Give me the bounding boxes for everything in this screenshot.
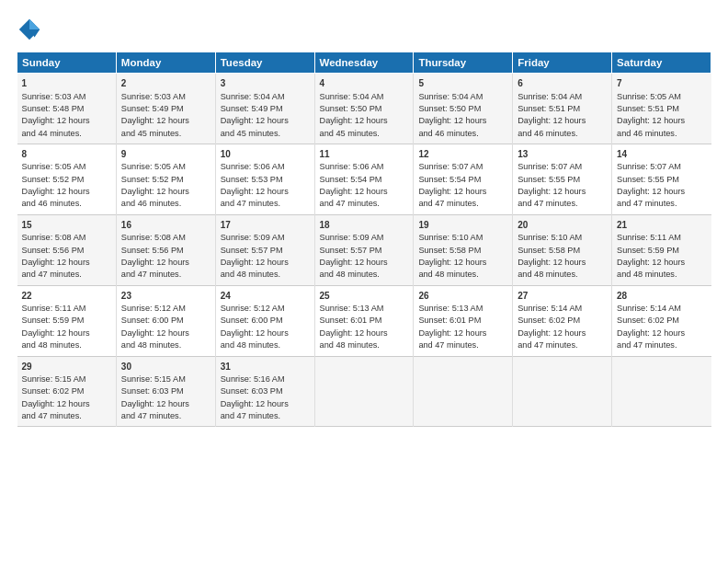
week-row-3: 15Sunrise: 5:08 AMSunset: 5:56 PMDayligh… xyxy=(17,214,711,285)
cell-w1-d4: 4Sunrise: 5:04 AMSunset: 5:50 PMDaylight… xyxy=(314,74,414,144)
cell-w2-d2: 9Sunrise: 5:05 AMSunset: 5:52 PMDaylight… xyxy=(116,144,215,214)
day-number: 7 xyxy=(617,77,706,91)
week-row-5: 29Sunrise: 5:15 AMSunset: 6:02 PMDayligh… xyxy=(17,356,711,427)
cell-w2-d3: 10Sunrise: 5:06 AMSunset: 5:53 PMDayligh… xyxy=(215,144,314,214)
cell-w5-d7 xyxy=(612,356,711,427)
day-number: 3 xyxy=(221,77,310,91)
col-header-thursday: Thursday xyxy=(414,52,513,74)
cell-w2-d6: 13Sunrise: 5:07 AMSunset: 5:55 PMDayligh… xyxy=(513,144,612,214)
day-number: 6 xyxy=(518,77,607,91)
day-number: 24 xyxy=(221,290,310,304)
cell-w2-d5: 12Sunrise: 5:07 AMSunset: 5:54 PMDayligh… xyxy=(414,144,513,214)
day-number: 23 xyxy=(121,290,210,304)
cell-w2-d4: 11Sunrise: 5:06 AMSunset: 5:54 PMDayligh… xyxy=(314,144,414,214)
cell-w5-d5 xyxy=(414,356,513,427)
day-number: 28 xyxy=(617,290,706,304)
cell-w4-d5: 26Sunrise: 5:13 AMSunset: 6:01 PMDayligh… xyxy=(414,285,513,356)
col-header-sunday: Sunday xyxy=(17,52,117,74)
day-number: 9 xyxy=(121,148,210,162)
day-number: 2 xyxy=(121,77,210,91)
calendar-table: SundayMondayTuesdayWednesdayThursdayFrid… xyxy=(17,52,711,427)
day-number: 18 xyxy=(320,219,409,233)
calendar-body: 1Sunrise: 5:03 AMSunset: 5:48 PMDaylight… xyxy=(17,74,711,427)
cell-w1-d5: 5Sunrise: 5:04 AMSunset: 5:50 PMDaylight… xyxy=(414,74,513,144)
cell-w4-d7: 28Sunrise: 5:14 AMSunset: 6:02 PMDayligh… xyxy=(612,285,711,356)
logo xyxy=(17,17,46,42)
cell-w1-d2: 2Sunrise: 5:03 AMSunset: 5:49 PMDaylight… xyxy=(116,74,215,144)
day-number: 5 xyxy=(418,77,507,91)
column-headers: SundayMondayTuesdayWednesdayThursdayFrid… xyxy=(17,52,711,74)
day-number: 13 xyxy=(518,148,607,162)
svg-marker-1 xyxy=(29,19,40,29)
day-number: 12 xyxy=(418,148,507,162)
cell-w4-d1: 22Sunrise: 5:11 AMSunset: 5:59 PMDayligh… xyxy=(17,285,117,356)
cell-w2-d1: 8Sunrise: 5:05 AMSunset: 5:52 PMDaylight… xyxy=(17,144,117,214)
day-number: 21 xyxy=(617,219,706,233)
cell-w3-d3: 17Sunrise: 5:09 AMSunset: 5:57 PMDayligh… xyxy=(215,214,314,285)
cell-w4-d4: 25Sunrise: 5:13 AMSunset: 6:01 PMDayligh… xyxy=(314,285,414,356)
cell-w5-d3: 31Sunrise: 5:16 AMSunset: 6:03 PMDayligh… xyxy=(215,356,314,427)
cell-w5-d4 xyxy=(314,356,414,427)
col-header-saturday: Saturday xyxy=(612,52,711,74)
day-number: 29 xyxy=(22,361,111,374)
cell-w3-d1: 15Sunrise: 5:08 AMSunset: 5:56 PMDayligh… xyxy=(17,214,117,285)
day-number: 26 xyxy=(418,290,507,304)
cell-w1-d6: 6Sunrise: 5:04 AMSunset: 5:51 PMDaylight… xyxy=(513,74,612,144)
col-header-friday: Friday xyxy=(513,52,612,74)
day-number: 31 xyxy=(221,361,310,374)
day-number: 19 xyxy=(418,219,507,233)
day-number: 30 xyxy=(121,361,210,374)
week-row-2: 8Sunrise: 5:05 AMSunset: 5:52 PMDaylight… xyxy=(17,144,711,214)
cell-w3-d5: 19Sunrise: 5:10 AMSunset: 5:58 PMDayligh… xyxy=(414,214,513,285)
cell-w5-d6 xyxy=(513,356,612,427)
day-number: 8 xyxy=(22,148,111,162)
day-number: 15 xyxy=(22,219,111,233)
week-row-1: 1Sunrise: 5:03 AMSunset: 5:48 PMDaylight… xyxy=(17,74,711,144)
col-header-monday: Monday xyxy=(116,52,215,74)
day-number: 20 xyxy=(518,219,607,233)
day-number: 11 xyxy=(320,148,409,162)
cell-w5-d1: 29Sunrise: 5:15 AMSunset: 6:02 PMDayligh… xyxy=(17,356,117,427)
day-number: 16 xyxy=(121,219,210,233)
day-number: 17 xyxy=(221,219,310,233)
page: SundayMondayTuesdayWednesdayThursdayFrid… xyxy=(0,0,728,563)
cell-w3-d7: 21Sunrise: 5:11 AMSunset: 5:59 PMDayligh… xyxy=(612,214,711,285)
cell-w3-d6: 20Sunrise: 5:10 AMSunset: 5:58 PMDayligh… xyxy=(513,214,612,285)
cell-w1-d1: 1Sunrise: 5:03 AMSunset: 5:48 PMDaylight… xyxy=(17,74,117,144)
week-row-4: 22Sunrise: 5:11 AMSunset: 5:59 PMDayligh… xyxy=(17,285,711,356)
cell-w1-d7: 7Sunrise: 5:05 AMSunset: 5:51 PMDaylight… xyxy=(612,74,711,144)
day-number: 1 xyxy=(22,77,111,91)
day-number: 4 xyxy=(320,77,409,91)
cell-w4-d2: 23Sunrise: 5:12 AMSunset: 6:00 PMDayligh… xyxy=(116,285,215,356)
cell-w3-d2: 16Sunrise: 5:08 AMSunset: 5:56 PMDayligh… xyxy=(116,214,215,285)
day-number: 25 xyxy=(320,290,409,304)
cell-w3-d4: 18Sunrise: 5:09 AMSunset: 5:57 PMDayligh… xyxy=(314,214,414,285)
cell-w5-d2: 30Sunrise: 5:15 AMSunset: 6:03 PMDayligh… xyxy=(116,356,215,427)
cell-w1-d3: 3Sunrise: 5:04 AMSunset: 5:49 PMDaylight… xyxy=(215,74,314,144)
col-header-wednesday: Wednesday xyxy=(314,52,414,74)
cell-w4-d6: 27Sunrise: 5:14 AMSunset: 6:02 PMDayligh… xyxy=(513,285,612,356)
header xyxy=(17,17,711,42)
col-header-tuesday: Tuesday xyxy=(215,52,314,74)
logo-icon xyxy=(17,17,42,42)
day-number: 22 xyxy=(22,290,111,304)
cell-w2-d7: 14Sunrise: 5:07 AMSunset: 5:55 PMDayligh… xyxy=(612,144,711,214)
cell-w4-d3: 24Sunrise: 5:12 AMSunset: 6:00 PMDayligh… xyxy=(215,285,314,356)
day-number: 14 xyxy=(617,148,706,162)
day-number: 10 xyxy=(221,148,310,162)
day-number: 27 xyxy=(518,290,607,304)
